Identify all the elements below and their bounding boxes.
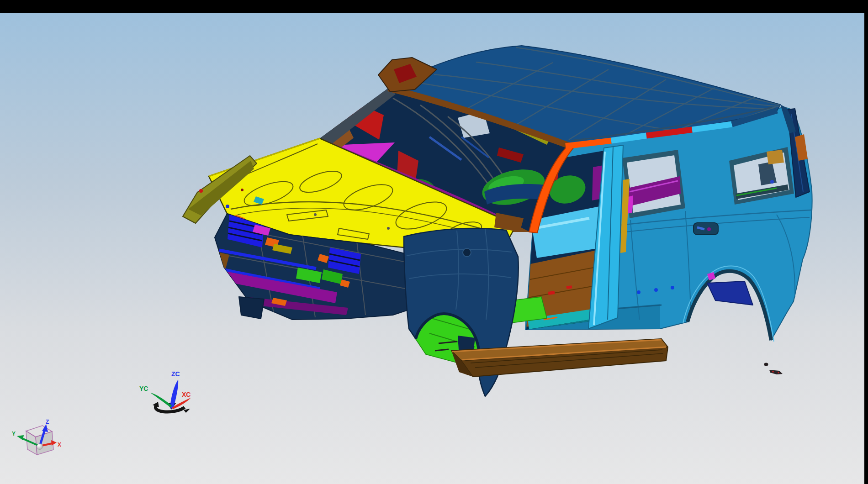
quarter-tan-bracket bbox=[767, 150, 784, 164]
debris-red-dot bbox=[772, 371, 774, 373]
fender-hole bbox=[463, 248, 471, 257]
wcs-y-label: YC bbox=[139, 385, 148, 392]
datum-origin-ball[interactable] bbox=[37, 444, 43, 450]
datum-x-label: X bbox=[58, 442, 61, 448]
body-bolt-dot bbox=[637, 290, 640, 294]
cowl-blue-speck bbox=[226, 205, 229, 208]
right-black-bar bbox=[864, 0, 868, 484]
datum-z-label: Z bbox=[46, 419, 49, 425]
cowl-red-speck bbox=[199, 189, 203, 193]
top-black-bar bbox=[0, 0, 868, 13]
quarter-blue-bit bbox=[770, 180, 774, 184]
cad-viewport[interactable]: ZC YC XC Z Y X bbox=[0, 0, 868, 484]
front-lower-tab bbox=[239, 297, 264, 319]
wcs-x-label: XC bbox=[182, 391, 191, 398]
cowl-darkred-speck bbox=[241, 189, 243, 191]
hood-bolt bbox=[314, 213, 317, 216]
body-bolt-dot bbox=[654, 288, 658, 292]
datum-y-label: Y bbox=[12, 431, 16, 437]
datum-cube[interactable] bbox=[26, 426, 53, 455]
hood-bolt bbox=[387, 227, 390, 230]
viewport-canvas[interactable]: ZC YC XC Z Y X bbox=[0, 0, 868, 484]
body-bolt-dot bbox=[671, 286, 674, 289]
debris-red-dot bbox=[778, 372, 779, 373]
door-handle-pocket[interactable] bbox=[693, 223, 718, 235]
door-lock-dot bbox=[707, 227, 711, 231]
debris-dot bbox=[764, 363, 768, 366]
wcs-z-label: ZC bbox=[171, 370, 180, 378]
